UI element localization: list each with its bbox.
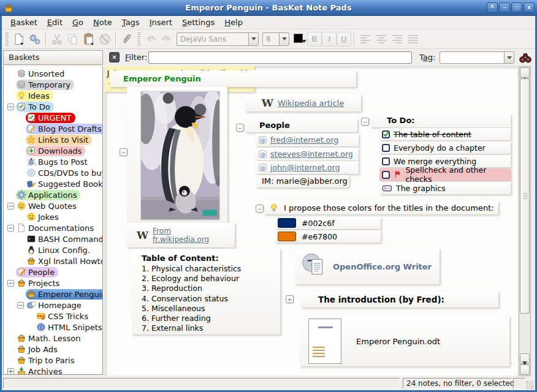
shade-button[interactable]: ^	[487, 2, 498, 13]
group-toggle-photo[interactable]: −	[120, 148, 128, 156]
basket-item-homepage[interactable]: −Homepage	[4, 300, 102, 311]
basket-item-html-snipets[interactable]: HTML Snipets	[4, 322, 102, 333]
email-note-fred[interactable]: @fred@internet.org	[256, 134, 359, 146]
wikipedia-article-link[interactable]: Wikipedia article	[278, 99, 344, 108]
tree-toggle-documentations[interactable]: −	[7, 225, 14, 232]
vertical-scrollbar[interactable]	[519, 66, 531, 376]
basket-item-ideas[interactable]: Ideas	[4, 90, 102, 101]
basket-item-job-ads[interactable]: Job Ads	[4, 344, 102, 355]
tag-dropdown[interactable]	[440, 51, 514, 64]
basket-item-cds-dvds-to-buy[interactable]: CDs/DVDs to buy	[4, 167, 102, 178]
tree-toggle-web-quotes[interactable]: −	[7, 203, 14, 209]
basket-item-documentations[interactable]: −Documentations	[4, 222, 102, 233]
todo-item-spellcheck-and-other-checks[interactable]: Spellcheck and other checks	[379, 168, 511, 181]
launcher-label[interactable]: OpenOffice.org Writer	[333, 262, 432, 271]
basket-item-trip-to-paris[interactable]: Trip to Paris	[4, 355, 102, 366]
tree-toggle-projects[interactable]: −	[7, 280, 14, 287]
text-color-button[interactable]	[291, 31, 307, 47]
basket-item-to-do[interactable]: −To Do	[4, 101, 102, 112]
maximize-button[interactable]: □	[511, 2, 522, 13]
launcher-note[interactable]: OpenOffice.org Writer	[295, 249, 440, 284]
clear-filter-icon[interactable]: ×	[109, 52, 120, 62]
menu-edit[interactable]: Edit	[42, 17, 67, 28]
new-note-button[interactable]	[11, 31, 27, 47]
basket-item-downloads[interactable]: Downloads	[4, 145, 102, 156]
tree-toggle-homepage[interactable]: −	[17, 302, 24, 309]
basket-item-applications[interactable]: Applications	[4, 189, 102, 200]
basket-item-people[interactable]: People	[4, 266, 102, 277]
basket-item-links-to-visit[interactable]: Links to Visit	[4, 134, 102, 145]
basket-item-jokes[interactable]: Jokes	[4, 211, 102, 222]
basket-item-bugs-to-post[interactable]: Bugs to Post	[4, 156, 102, 167]
binoculars-icon[interactable]	[519, 51, 532, 64]
todo-checkbox[interactable]	[382, 130, 390, 138]
todo-checkbox[interactable]	[382, 144, 390, 152]
basket-item-urgent[interactable]: URGENT	[4, 112, 102, 123]
todo-checkbox[interactable]	[382, 157, 390, 165]
people-group-title[interactable]: People	[245, 119, 357, 132]
menu-settings[interactable]: Settings	[177, 17, 219, 28]
wikipedia-article-note[interactable]: W Wikipedia article	[245, 94, 361, 111]
scrollbar-thumb[interactable]	[520, 78, 530, 314]
im-note[interactable]: IM: marie@jabber.org	[256, 175, 349, 187]
menu-note[interactable]: Note	[88, 17, 117, 28]
menu-tags[interactable]: Tags	[117, 17, 145, 28]
basket-item-unsorted[interactable]: Unsorted	[4, 68, 102, 79]
tree-toggle-archives[interactable]: +	[7, 368, 14, 375]
basket-item-blog-post-drafts[interactable]: Blog Post Drafts	[4, 123, 102, 134]
menu-basket[interactable]: Basket	[6, 17, 42, 28]
todo-item-the-graphics[interactable]: The graphics	[379, 182, 511, 194]
minimize-button[interactable]: –	[499, 2, 510, 13]
color-proposal-note[interactable]: I propose those colors for the titles in…	[264, 201, 498, 214]
basket-item-css-tricks[interactable]: cssCSS Tricks	[4, 311, 102, 322]
color-swatch-note-e67800[interactable]: #e67800	[275, 230, 381, 243]
basket-canvas[interactable]: Emperor Penguin −	[105, 66, 518, 376]
progress-tag-icon[interactable]	[382, 185, 392, 192]
basket-item-projects[interactable]: −Projects	[4, 277, 102, 288]
email-link[interactable]: steeves@internet.org	[270, 149, 353, 159]
todo-item-everybody-do-a-chapter[interactable]: Everybody do a chapter	[379, 141, 511, 154]
photo-caption-note[interactable]: W From fr.wikipedia.org	[127, 223, 235, 247]
menu-insert[interactable]: Insert	[145, 17, 177, 28]
scroll-up-button[interactable]	[520, 67, 530, 78]
paste-button[interactable]	[81, 31, 97, 47]
email-note-steeves[interactable]: @steeves@internet.org	[256, 148, 359, 160]
basket-item-math-lesson[interactable]: Math. Lesson	[4, 333, 102, 344]
titlebar[interactable]: Emperor Penguin - BasKet Note Pads ^–□×	[0, 0, 537, 16]
table-of-content-note[interactable]: Table of Content: 1. Physical characteri…	[132, 249, 280, 334]
todo-group-title[interactable]: To Do:	[371, 114, 511, 127]
todo-item-the-table-of-content[interactable]: The table of content	[379, 128, 511, 140]
file-note[interactable]: Emperor Penguin.odt	[300, 316, 509, 366]
introduction-group-title[interactable]: The introduction (by Fred):	[301, 292, 498, 307]
photo-caption-link-2[interactable]: fr.wikipedia.org	[153, 235, 209, 244]
toolbar-handle[interactable]	[137, 32, 140, 46]
todo-checkbox[interactable]	[382, 171, 390, 179]
basket-item-emperor-penguin[interactable]: Emperor Penguin	[4, 288, 102, 300]
basket-item-archives[interactable]: +Archives	[4, 366, 102, 375]
email-link[interactable]: fred@internet.org	[270, 135, 338, 145]
basket-item-temporary[interactable]: Temporary	[4, 79, 102, 90]
photo-note[interactable]	[127, 87, 227, 224]
basket-item-suggested-books[interactable]: Suggested Books	[4, 178, 102, 189]
group-toggle-introduction[interactable]: +	[286, 295, 294, 303]
basket-item-linux-config[interactable]: Linux Config.	[4, 244, 102, 255]
tag-dropdown-arrow[interactable]	[504, 52, 514, 63]
menu-go[interactable]: Go	[67, 17, 88, 28]
group-toggle-people[interactable]: −	[236, 124, 244, 132]
basket-item-web-quotes[interactable]: −Web Quotes	[4, 200, 102, 211]
photo-caption-link[interactable]: From	[153, 227, 209, 235]
basket-item-xgl-install-howto[interactable]: Xgl Install Howto	[4, 255, 102, 266]
basket-properties-button[interactable]	[27, 31, 43, 47]
filter-input[interactable]	[148, 51, 412, 64]
tree-toggle-to-do[interactable]: −	[7, 104, 14, 110]
color-swatch-note-002c6f[interactable]: #002c6f	[275, 217, 381, 229]
email-link[interactable]: john@internet.org	[270, 163, 340, 172]
scroll-down-button[interactable]	[520, 364, 530, 375]
toolbar-handle[interactable]	[6, 32, 9, 46]
resize-grip[interactable]	[526, 381, 534, 389]
group-toggle-colors[interactable]: −	[256, 205, 264, 213]
menu-help[interactable]: Help	[219, 17, 248, 28]
group-toggle-todo[interactable]: −	[361, 118, 369, 126]
close-button[interactable]: ×	[524, 2, 535, 13]
email-note-john[interactable]: @john@internet.org	[256, 161, 359, 174]
